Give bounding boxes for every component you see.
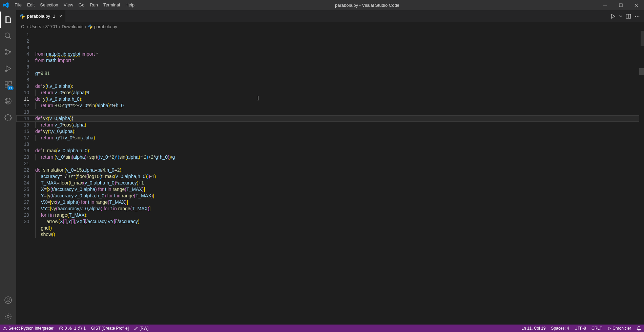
python-file-icon [20, 14, 25, 19]
editor-actions [606, 10, 644, 22]
breadcrumb[interactable]: C:› Users› 81701› Downloads› parabola.py [16, 22, 644, 31]
tab-parabola[interactable]: parabola.py 1 × [16, 10, 66, 22]
menu-help[interactable]: Help [123, 0, 137, 10]
more-actions-icon[interactable] [635, 14, 640, 19]
window-title: parabola.py - Visual Studio Code [137, 3, 597, 8]
line-numbers: 1234567891011121314151617181920212223242… [16, 31, 35, 325]
status-rw-label: [RW] [140, 326, 148, 331]
minimize-button[interactable] [597, 0, 613, 10]
status-chronicler-label: Chronicler [612, 326, 631, 331]
status-gist[interactable]: GIST [Create Profile] [88, 325, 131, 332]
menu-view[interactable]: View [61, 0, 76, 10]
svg-point-13 [7, 298, 9, 300]
status-interpreter-label: Select Python Interpreter [8, 326, 54, 331]
error-circle-icon [59, 326, 63, 331]
svg-point-27 [80, 327, 80, 328]
info-circle-icon [78, 326, 82, 331]
scrollbar-marker [641, 31, 644, 46]
status-warnings-count: 1 [74, 326, 76, 331]
github-icon[interactable] [0, 93, 16, 109]
title-bar: File Edit Selection View Go Run Terminal… [0, 0, 644, 10]
status-encoding[interactable]: UTF-8 [572, 325, 589, 332]
svg-point-21 [5, 329, 5, 330]
pencil-icon [134, 326, 138, 330]
svg-point-6 [5, 70, 7, 72]
source-control-icon[interactable] [0, 44, 16, 60]
search-icon[interactable] [0, 28, 16, 44]
extensions-badge: 21 [7, 86, 14, 90]
svg-point-3 [5, 50, 7, 51]
breadcrumb-seg[interactable]: Users [29, 24, 41, 29]
status-problems[interactable]: 0 1 1 [56, 325, 88, 332]
svg-point-19 [639, 16, 640, 17]
svg-rect-7 [5, 82, 8, 84]
breadcrumb-seg[interactable]: Downloads [62, 24, 83, 29]
run-debug-icon[interactable] [0, 60, 16, 77]
gist-icon[interactable] [0, 109, 16, 125]
settings-gear-icon[interactable] [0, 308, 16, 325]
svg-rect-0 [603, 5, 607, 5]
run-file-icon[interactable] [610, 14, 616, 19]
menu-edit[interactable]: Edit [24, 0, 37, 10]
menu-selection[interactable]: Selection [37, 0, 61, 10]
breadcrumb-seg[interactable]: 81701 [45, 24, 58, 29]
svg-point-4 [5, 54, 7, 55]
menu-file[interactable]: File [12, 0, 24, 10]
close-button[interactable] [628, 0, 644, 10]
svg-point-24 [70, 329, 70, 330]
menu-run[interactable]: Run [87, 0, 101, 10]
minimap-thumb[interactable] [639, 68, 644, 75]
status-info-count: 1 [83, 326, 86, 331]
code-editor[interactable]: 1234567891011121314151617181920212223242… [16, 31, 644, 325]
menu-bar: File Edit Selection View Go Run Terminal… [12, 0, 137, 10]
menu-go[interactable]: Go [76, 0, 87, 10]
play-icon [607, 327, 611, 330]
status-bell-icon[interactable] [634, 325, 644, 332]
explorer-icon[interactable] [0, 12, 16, 28]
svg-point-14 [7, 315, 9, 317]
tab-close-icon[interactable]: × [59, 14, 62, 19]
breadcrumb-seg[interactable]: C: [21, 24, 25, 29]
svg-rect-1 [619, 4, 622, 7]
status-spaces[interactable]: Spaces: 4 [548, 325, 572, 332]
code-content[interactable]: from matplotlib.pyplot import *from math… [35, 31, 644, 325]
breadcrumb-seg[interactable]: parabola.py [94, 24, 117, 29]
status-cursor[interactable]: Ln 11, Col 19 [519, 325, 548, 332]
maximize-button[interactable] [613, 0, 628, 10]
status-bar: Select Python Interpreter 0 1 1 GIST [Cr… [0, 325, 644, 332]
menu-terminal[interactable]: Terminal [101, 0, 123, 10]
tab-filename: parabola.py [27, 14, 50, 19]
tab-modified-indicator: 1 [53, 14, 55, 19]
warning-triangle-icon [3, 326, 7, 331]
status-rw[interactable]: [RW] [131, 325, 151, 332]
svg-point-17 [635, 16, 636, 17]
activity-bar: 21 [0, 10, 16, 325]
status-chronicler[interactable]: Chronicler [605, 325, 634, 332]
status-interpreter[interactable]: Select Python Interpreter [0, 325, 56, 332]
status-errors-count: 0 [65, 326, 67, 331]
svg-point-2 [5, 33, 10, 38]
accounts-icon[interactable] [0, 292, 16, 308]
window-controls [597, 0, 644, 10]
svg-point-5 [9, 52, 11, 53]
warning-triangle-icon [68, 326, 72, 331]
minimap[interactable] [639, 31, 644, 325]
vscode-logo-icon [0, 2, 12, 8]
run-dropdown-icon[interactable] [619, 15, 622, 18]
svg-point-18 [637, 16, 638, 17]
extensions-icon[interactable]: 21 [0, 77, 16, 93]
svg-rect-10 [9, 81, 12, 84]
editor-area: parabola.py 1 × C:› Users› 81701› Downlo… [16, 10, 644, 325]
python-file-icon [88, 24, 93, 29]
split-editor-icon[interactable] [626, 14, 631, 19]
tab-bar: parabola.py 1 × [16, 10, 644, 22]
status-eol[interactable]: CRLF [589, 325, 605, 332]
